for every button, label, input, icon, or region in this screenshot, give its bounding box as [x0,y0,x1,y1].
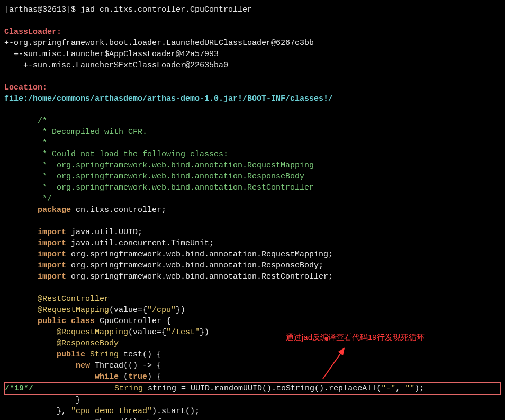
blank [4,15,501,26]
prompt-line: [arthas@32613]$ jad cn.itxs.controller.C… [4,4,501,15]
command: jad cn.itxs.controller.CpuController [76,5,252,14]
blank [4,216,501,227]
blank [4,104,501,115]
prompt-user: [arthas@32613]$ [4,5,76,14]
blank [4,71,501,82]
package-line: package cn.itxs.controller; [4,204,501,216]
classloader-line3: +-sun.misc.Launcher$ExtClassLoader@22635… [4,60,501,71]
comment: * [4,138,501,149]
method-decl: public String test() { [4,349,501,360]
thread-start: }, "cpu demo thread").start(); [4,406,501,417]
comment: */ [4,193,501,204]
annotation-text: 通过jad反编译查看代码19行发现死循环 [286,332,425,343]
comment: * org.springframework.web.bind.annotatio… [4,171,501,182]
comment: /* [4,115,501,127]
while-line: while (true) { [4,371,501,382]
thread-line: new Thread(() -> { [4,360,501,371]
annotation-line: @ResponseBody [4,338,501,349]
classloader-line1: +-org.springframework.boot.loader.Launch… [4,38,501,49]
terminal-output: [arthas@32613]$ jad cn.itxs.controller.C… [4,4,501,420]
annotation-line: @RestController [4,293,501,305]
comment: * Decompiled with CFR. [4,127,501,138]
import-line: import org.springframework.web.bind.anno… [4,271,501,282]
comment: * org.springframework.web.bind.annotatio… [4,182,501,193]
import-line: import org.springframework.web.bind.anno… [4,260,501,271]
location-heading: Location: [4,83,47,92]
import-line: import java.util.concurrent.TimeUnit; [4,238,501,249]
comment: * Could not load the following classes: [4,149,501,160]
classloader-line2: +-sun.misc.Launcher$AppClassLoader@42a57… [4,49,501,60]
comment: * org.springframework.web.bind.annotatio… [4,160,501,171]
close-brace: } [4,395,501,406]
location-path: file:/home/commons/arthasdemo/arthas-dem… [4,94,333,103]
annotation-line: @RequestMapping(value={"/cpu"}) [4,305,501,316]
import-line: import java.util.UUID; [4,227,501,238]
import-line: import org.springframework.web.bind.anno… [4,249,501,260]
class-decl: public class CpuController { [4,316,501,327]
annotation-line: @RequestMapping(value={"/test"}) [4,327,501,338]
line-19: /*19*/ String string = UUID.randomUUID()… [5,383,500,394]
thread-line-2: new Thread(() -> { [4,417,501,420]
classloader-heading: ClassLoader: [4,28,61,37]
highlighted-line-19: /*19*/ String string = UUID.randomUUID()… [4,382,501,395]
blank [4,282,501,293]
